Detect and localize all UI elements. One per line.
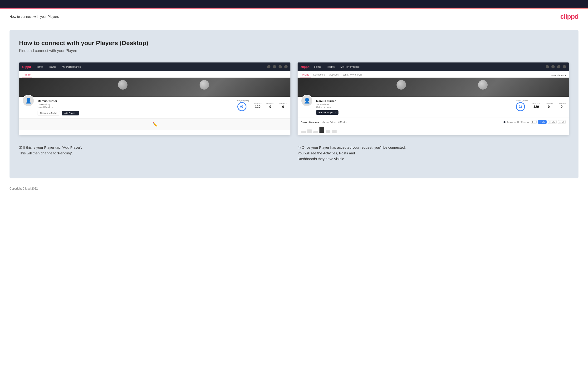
left-following-value: 0	[279, 105, 287, 108]
left-app-logo: clippd	[22, 65, 31, 69]
right-search-icon	[546, 65, 549, 68]
right-quality-label: Player Quality	[516, 100, 528, 102]
page-heading: How to connect with your Players (Deskto…	[19, 39, 569, 47]
header-title: How to connect with your Players	[9, 15, 59, 18]
period-1yr[interactable]: 1 yr	[531, 120, 537, 124]
right-nav-icons	[546, 65, 566, 68]
copyright-text: Copyright Clippd 2022	[9, 187, 38, 190]
left-followers-label: Followers	[266, 102, 274, 104]
right-tabs: Profile Dashboard Activities What To Wor…	[298, 71, 569, 78]
left-navbar: clippd Home Teams My Performance	[19, 62, 290, 71]
right-followers-label: Followers	[545, 102, 553, 104]
left-user-icon	[273, 65, 276, 68]
bar-2	[307, 129, 312, 133]
right-following-value: 0	[558, 105, 566, 108]
left-nav-myperformance: My Performance	[61, 65, 82, 68]
left-search-icon	[267, 65, 270, 68]
right-player-handicap: 1-5 Handicap	[316, 103, 513, 106]
screenshot-left: clippd Home Teams My Performance Profile	[19, 62, 290, 135]
left-stat-followers: Followers 0	[266, 102, 274, 108]
remove-x-icon: ✕	[334, 111, 336, 114]
right-tab-activities[interactable]: Activities	[327, 72, 340, 77]
left-add-player-button[interactable]: Add Player +	[62, 111, 79, 116]
left-sketch-area: ✏️	[19, 118, 290, 130]
right-nav-myperformance: My Performance	[339, 65, 361, 68]
left-tab-profile[interactable]: Profile	[22, 72, 32, 77]
left-nav-icons	[267, 65, 288, 68]
right-following-label: Following	[558, 102, 566, 104]
right-stat-followers: Followers 0	[545, 102, 553, 108]
right-followers-value: 0	[545, 105, 553, 108]
on-course-legend: On course	[507, 121, 516, 123]
left-profile-section: 👤 Marcus Turner 1-5 Handicap United King…	[19, 97, 290, 118]
right-stat-activities: Activities 129	[532, 102, 540, 108]
right-player-location: United Kingdom	[316, 106, 513, 108]
logo: clippd	[560, 13, 579, 20]
period-3mths[interactable]: 3 mths	[548, 120, 557, 124]
bar-4	[320, 127, 324, 133]
right-profile-section: 👤 Marcus Turner 1-5 Handicap United King…	[298, 97, 569, 117]
left-stat-activities: Activities 129	[254, 102, 261, 108]
page-subheading: Find and connect with your Players	[19, 49, 569, 53]
off-course-legend: Off course	[520, 121, 529, 123]
right-player-label[interactable]: Marcus Turner ▾	[550, 74, 566, 77]
activity-title: Activity Summary	[301, 121, 319, 123]
left-avatar-icon-person: 👤	[25, 98, 32, 104]
description-right-text: 4) Once your Player has accepted your re…	[298, 145, 569, 162]
description-left: 3) If this is your Player tap, 'Add Play…	[19, 142, 290, 164]
header: How to connect with your Players clippd	[0, 8, 588, 25]
screenshots-row: clippd Home Teams My Performance Profile	[19, 62, 569, 135]
right-navbar: clippd Home Teams My Performance	[298, 62, 569, 71]
left-stat-following: Following 0	[279, 102, 287, 108]
footer: Copyright Clippd 2022	[0, 183, 588, 194]
descriptions-row: 3) If this is your Player tap, 'Add Play…	[19, 142, 569, 164]
left-hero-banner	[19, 78, 290, 97]
right-tab-profile[interactable]: Profile	[300, 72, 311, 77]
right-avatar: 👤	[301, 95, 313, 107]
right-profile-stats: Player Quality 92 Activities 129 Followe…	[516, 100, 566, 111]
right-settings-icon	[557, 65, 560, 68]
right-activities-value: 129	[532, 105, 540, 108]
top-bar	[0, 0, 588, 8]
period-1mth[interactable]: 1 mth	[558, 120, 566, 124]
left-profile-buttons: Request to Follow Add Player +	[38, 111, 234, 116]
left-tabs: Profile	[19, 71, 290, 78]
screenshot-right: clippd Home Teams My Performance Profile…	[298, 62, 569, 135]
bar-1	[301, 131, 306, 133]
remove-player-button[interactable]: Remove Player ✕	[316, 110, 338, 115]
right-user-icon	[551, 65, 555, 68]
header-divider	[9, 25, 579, 25]
right-quality-circle: 92	[516, 102, 525, 111]
left-avatar: 👤	[22, 95, 34, 107]
right-player-name: Marcus Turner	[316, 100, 513, 103]
activity-period: Monthly Activity · 6 Months	[322, 121, 347, 123]
description-right: 4) Once your Player has accepted your re…	[298, 142, 569, 164]
period-6mths[interactable]: 6 mths	[538, 120, 547, 124]
right-hero-banner	[298, 78, 569, 97]
left-settings-icon	[278, 65, 282, 68]
right-activities-label: Activities	[532, 102, 540, 104]
activity-controls: On course Off course 1 yr 6 mths 3 mths …	[503, 120, 566, 124]
activity-summary: Activity Summary Monthly Activity · 6 Mo…	[298, 117, 569, 135]
right-golf-circle-2	[397, 80, 406, 90]
left-activities-value: 129	[254, 105, 261, 108]
right-profile-info: Marcus Turner 1-5 Handicap United Kingdo…	[316, 100, 513, 115]
on-course-dot	[503, 121, 505, 123]
right-avatar-icon-person: 👤	[304, 98, 310, 104]
off-course-dot	[517, 121, 519, 123]
description-left-text: 3) If this is your Player tap, 'Add Play…	[19, 145, 290, 156]
left-golf-circle	[199, 80, 209, 90]
right-stat-quality: Player Quality 92	[516, 100, 528, 111]
left-followers-value: 0	[266, 105, 274, 108]
left-quality-label: Player Quality	[237, 100, 249, 102]
right-tabs-inner: Profile Dashboard Activities What To Wor…	[300, 72, 364, 77]
left-profile-stats: Player Quality 92 Activities 129 Followe…	[237, 100, 287, 111]
right-tab-what-to-work[interactable]: What To Work On	[341, 72, 364, 77]
left-player-location: United Kingdom	[38, 106, 234, 108]
bar-6	[332, 130, 337, 133]
right-nav-home: Home	[313, 65, 322, 68]
left-stat-quality: Player Quality 92	[237, 100, 249, 111]
right-app-logo: clippd	[300, 65, 310, 69]
left-request-follow-button[interactable]: Request to Follow	[38, 111, 60, 116]
right-tab-dashboard[interactable]: Dashboard	[311, 72, 327, 77]
